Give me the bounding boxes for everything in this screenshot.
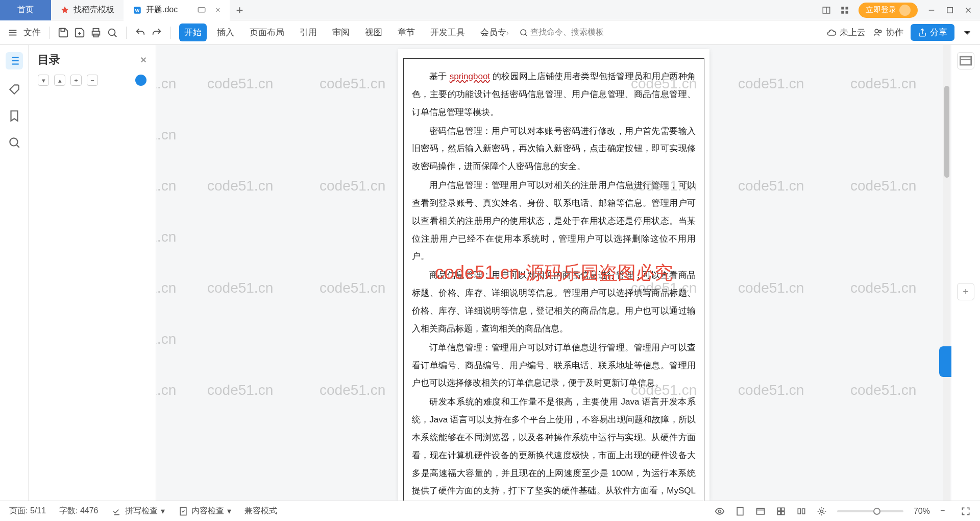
- watermark: code51.cn: [207, 178, 273, 194]
- file-menu[interactable]: 文件: [23, 27, 41, 38]
- page-indicator[interactable]: 页面: 5/11: [9, 506, 46, 516]
- svg-rect-8: [846, 11, 848, 13]
- close-window-icon[interactable]: [964, 6, 973, 15]
- search-panel-icon[interactable]: [8, 136, 21, 149]
- watermark: code51.cn: [156, 229, 176, 245]
- spell-check[interactable]: 拼写检查 ▾: [112, 506, 165, 516]
- scrollbar[interactable]: [943, 45, 950, 501]
- tab-dev[interactable]: 开发工具: [425, 23, 470, 41]
- watermark: code51.cn: [738, 76, 804, 92]
- compat-mode[interactable]: 兼容模式: [244, 506, 277, 516]
- zoom-value[interactable]: 70%: [914, 507, 930, 516]
- svg-line-23: [525, 34, 527, 36]
- watermark: code51.cn: [156, 127, 176, 143]
- tab-label: 找稻壳模板: [74, 5, 114, 15]
- undo-icon[interactable]: [135, 27, 146, 38]
- watermark: code51.cn: [738, 280, 804, 296]
- tab-member[interactable]: 会员专›: [475, 23, 514, 41]
- add-button[interactable]: +: [957, 283, 974, 300]
- tab-bar: 首页 找稻壳模板 W 开题.doc × + 立即登录: [0, 0, 980, 20]
- tab-home[interactable]: 首页: [0, 0, 51, 20]
- tab-view[interactable]: 视图: [360, 23, 387, 41]
- close-icon[interactable]: ×: [215, 6, 220, 15]
- menu-icon[interactable]: [7, 27, 18, 38]
- ai-assistant-icon[interactable]: [135, 75, 146, 86]
- spellcheck-icon: [112, 506, 122, 516]
- tab-ref[interactable]: 引用: [295, 23, 322, 41]
- svg-rect-10: [947, 7, 953, 13]
- svg-rect-7: [841, 11, 844, 13]
- level-up-icon[interactable]: +: [70, 75, 82, 86]
- watermark: code51.cn: [156, 178, 176, 194]
- panel-toggle-icon[interactable]: [957, 52, 974, 69]
- tab-start[interactable]: 开始: [179, 23, 207, 41]
- maximize-icon[interactable]: [945, 6, 954, 15]
- zoom-thumb[interactable]: [873, 508, 880, 515]
- expand-all-icon[interactable]: ▴: [54, 75, 65, 86]
- feedback-tab[interactable]: [939, 346, 951, 377]
- app-grid-icon[interactable]: [840, 6, 849, 15]
- login-label: 立即登录: [866, 5, 896, 15]
- outline-icon[interactable]: [6, 52, 23, 69]
- tab-chapter[interactable]: 章节: [393, 23, 420, 41]
- print-icon[interactable]: [90, 27, 102, 38]
- login-button[interactable]: 立即登录: [859, 3, 918, 18]
- collapse-all-icon[interactable]: ▾: [38, 75, 49, 86]
- svg-line-34: [16, 145, 19, 147]
- watermark: code51.cn: [207, 280, 273, 296]
- svg-rect-45: [781, 511, 785, 514]
- fullscreen-icon[interactable]: [961, 506, 971, 516]
- document-canvas: code51.cn code51.cn code51.cn code51.cn …: [156, 45, 951, 501]
- view-outline-icon[interactable]: [776, 506, 786, 516]
- zoom-settings-icon[interactable]: [817, 506, 827, 516]
- command-search[interactable]: 查找命令、搜索模板: [519, 27, 604, 38]
- zoom-slider[interactable]: [837, 510, 903, 512]
- reading-mode-icon[interactable]: [796, 506, 806, 516]
- share-icon: [918, 28, 927, 37]
- main-area: 目录 × ▾ ▴ + − code51.cn code51.cn code51.…: [0, 45, 980, 501]
- right-sidebar: +: [951, 45, 980, 501]
- redo-icon[interactable]: [151, 27, 162, 38]
- word-count[interactable]: 字数: 4476: [59, 506, 98, 516]
- tab-review[interactable]: 审阅: [327, 23, 355, 41]
- zoom-out-icon[interactable]: −: [940, 506, 950, 516]
- view-web-icon[interactable]: [755, 506, 766, 516]
- save-as-icon[interactable]: [74, 27, 85, 38]
- level-down-icon[interactable]: −: [87, 75, 98, 86]
- paragraph: 订单信息管理：管理用户可以对订单信息进行管理。管理用户可以查看订单编号、商品编号…: [412, 339, 696, 393]
- layout-1-icon[interactable]: [822, 6, 831, 15]
- cloud-status[interactable]: 未上云: [826, 27, 866, 38]
- eye-icon[interactable]: [715, 506, 725, 516]
- watermark: code51.cn: [320, 76, 385, 92]
- svg-rect-44: [777, 511, 780, 514]
- save-icon[interactable]: [58, 27, 69, 38]
- bookmark-icon[interactable]: [8, 109, 21, 123]
- content-check[interactable]: 内容检查 ▾: [178, 506, 231, 516]
- new-tab-button[interactable]: +: [230, 3, 250, 17]
- coop-button[interactable]: 协作: [873, 27, 903, 38]
- svg-rect-6: [846, 7, 848, 9]
- paragraph: 研发本系统的难度和工作量不是很高，主要使用 Java 语言开发本系统，Java …: [412, 393, 696, 501]
- scroll-thumb[interactable]: [944, 86, 949, 178]
- svg-point-38: [718, 510, 721, 512]
- view-page-icon[interactable]: [735, 506, 745, 516]
- svg-line-21: [114, 34, 117, 37]
- avatar-icon: [899, 5, 911, 16]
- screen-icon[interactable]: [197, 6, 206, 15]
- tab-layout[interactable]: 页面布局: [244, 23, 289, 41]
- tab-template[interactable]: 找稻壳模板: [51, 0, 124, 20]
- word-doc-icon: W: [133, 6, 142, 15]
- tab-document[interactable]: W 开题.doc ×: [124, 0, 230, 20]
- svg-rect-35: [960, 57, 971, 65]
- share-button[interactable]: 分享: [911, 24, 954, 41]
- tag-icon[interactable]: [8, 83, 21, 96]
- status-bar: 页面: 5/11 字数: 4476 拼写检查 ▾ 内容检查 ▾ 兼容模式 70%…: [0, 501, 980, 521]
- tab-insert[interactable]: 插入: [212, 23, 239, 41]
- toc-close-icon[interactable]: ×: [140, 54, 146, 66]
- collapse-ribbon-icon[interactable]: [962, 27, 973, 38]
- print-preview-icon[interactable]: [107, 27, 118, 38]
- watermark: code51.cn: [156, 331, 176, 347]
- minimize-icon[interactable]: [927, 6, 936, 15]
- paragraph: 密码信息管理：用户可以对本账号密码进行修改，用户首先需要输入旧密码，然后输入新密…: [412, 123, 696, 176]
- document-page[interactable]: 基于 springboot 的校园网上店铺使用者类型包括管理员和用户两种角色，主…: [398, 49, 709, 501]
